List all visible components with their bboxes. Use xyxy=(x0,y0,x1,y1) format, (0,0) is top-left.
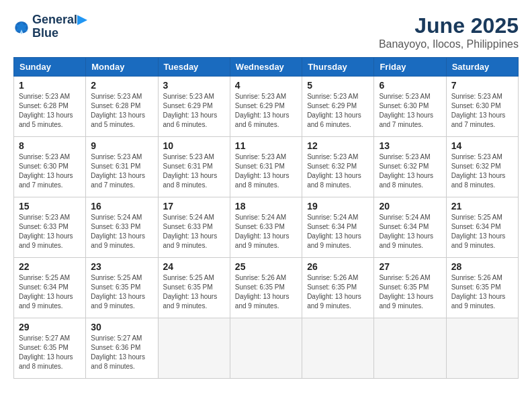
day-info: Sunrise: 5:23 AM Sunset: 6:31 PM Dayligh… xyxy=(235,152,297,190)
week-row-4: 22 Sunrise: 5:25 AM Sunset: 6:34 PM Dayl… xyxy=(14,258,519,318)
day-5: 5 Sunrise: 5:23 AM Sunset: 6:29 PM Dayli… xyxy=(302,77,374,137)
day-info: Sunrise: 5:24 AM Sunset: 6:33 PM Dayligh… xyxy=(91,213,152,250)
week-row-1: 1 Sunrise: 5:23 AM Sunset: 6:28 PM Dayli… xyxy=(14,77,519,137)
day-info: Sunrise: 5:23 AM Sunset: 6:31 PM Dayligh… xyxy=(91,152,152,190)
day-number: 28 xyxy=(451,261,513,272)
day-number: 20 xyxy=(379,201,441,212)
day-info: Sunrise: 5:23 AM Sunset: 6:28 PM Dayligh… xyxy=(19,92,81,130)
day-number: 16 xyxy=(91,201,152,212)
day-23: 23 Sunrise: 5:25 AM Sunset: 6:35 PM Dayl… xyxy=(86,258,158,318)
day-number: 8 xyxy=(19,140,81,151)
header-wednesday: Wednesday xyxy=(230,58,302,77)
day-info: Sunrise: 5:27 AM Sunset: 6:35 PM Dayligh… xyxy=(19,334,81,371)
day-number: 7 xyxy=(451,80,513,91)
empty-cell xyxy=(374,318,446,379)
day-4: 4 Sunrise: 5:23 AM Sunset: 6:29 PM Dayli… xyxy=(230,77,302,137)
day-info: Sunrise: 5:23 AM Sunset: 6:33 PM Dayligh… xyxy=(19,213,81,250)
day-info: Sunrise: 5:23 AM Sunset: 6:32 PM Dayligh… xyxy=(307,152,369,190)
day-12: 12 Sunrise: 5:23 AM Sunset: 6:32 PM Dayl… xyxy=(302,137,374,197)
day-28: 28 Sunrise: 5:26 AM Sunset: 6:35 PM Dayl… xyxy=(446,258,518,318)
day-number: 1 xyxy=(19,80,81,91)
day-info: Sunrise: 5:23 AM Sunset: 6:29 PM Dayligh… xyxy=(235,92,297,130)
day-24: 24 Sunrise: 5:25 AM Sunset: 6:35 PM Dayl… xyxy=(158,258,230,318)
day-number: 4 xyxy=(235,80,297,91)
header: General▶ Blue June 2025 Banayoyo, Ilocos… xyxy=(13,13,519,50)
day-11: 11 Sunrise: 5:23 AM Sunset: 6:31 PM Dayl… xyxy=(230,137,302,197)
day-info: Sunrise: 5:23 AM Sunset: 6:30 PM Dayligh… xyxy=(379,92,441,130)
day-number: 5 xyxy=(307,80,369,91)
day-info: Sunrise: 5:23 AM Sunset: 6:32 PM Dayligh… xyxy=(379,152,441,190)
day-16: 16 Sunrise: 5:24 AM Sunset: 6:33 PM Dayl… xyxy=(86,197,158,258)
header-thursday: Thursday xyxy=(302,58,374,77)
day-info: Sunrise: 5:23 AM Sunset: 6:29 PM Dayligh… xyxy=(307,92,369,130)
day-25: 25 Sunrise: 5:26 AM Sunset: 6:35 PM Dayl… xyxy=(230,258,302,318)
title-section: June 2025 Banayoyo, Ilocos, Philippines xyxy=(379,13,519,50)
day-21: 21 Sunrise: 5:25 AM Sunset: 6:34 PM Dayl… xyxy=(446,197,518,258)
empty-cell xyxy=(446,318,518,379)
day-number: 17 xyxy=(163,201,225,212)
day-number: 15 xyxy=(19,201,81,212)
day-29: 29 Sunrise: 5:27 AM Sunset: 6:35 PM Dayl… xyxy=(14,318,86,379)
day-number: 12 xyxy=(307,140,369,151)
day-number: 10 xyxy=(163,140,225,151)
day-number: 14 xyxy=(451,140,513,151)
day-number: 23 xyxy=(91,261,152,272)
day-3: 3 Sunrise: 5:23 AM Sunset: 6:29 PM Dayli… xyxy=(158,77,230,137)
day-info: Sunrise: 5:23 AM Sunset: 6:28 PM Dayligh… xyxy=(91,92,152,130)
day-number: 9 xyxy=(91,140,152,151)
day-number: 3 xyxy=(163,80,225,91)
day-9: 9 Sunrise: 5:23 AM Sunset: 6:31 PM Dayli… xyxy=(86,137,158,197)
calendar-header-row: Sunday Monday Tuesday Wednesday Thursday… xyxy=(14,58,519,77)
day-number: 6 xyxy=(379,80,441,91)
day-27: 27 Sunrise: 5:26 AM Sunset: 6:35 PM Dayl… xyxy=(374,258,446,318)
day-info: Sunrise: 5:24 AM Sunset: 6:33 PM Dayligh… xyxy=(163,213,225,250)
day-info: Sunrise: 5:25 AM Sunset: 6:34 PM Dayligh… xyxy=(19,273,81,311)
day-number: 29 xyxy=(19,322,81,332)
day-info: Sunrise: 5:26 AM Sunset: 6:35 PM Dayligh… xyxy=(307,273,369,311)
day-info: Sunrise: 5:24 AM Sunset: 6:34 PM Dayligh… xyxy=(379,213,441,250)
day-info: Sunrise: 5:24 AM Sunset: 6:33 PM Dayligh… xyxy=(235,213,297,250)
day-15: 15 Sunrise: 5:23 AM Sunset: 6:33 PM Dayl… xyxy=(14,197,86,258)
day-10: 10 Sunrise: 5:23 AM Sunset: 6:31 PM Dayl… xyxy=(158,137,230,197)
calendar-table: Sunday Monday Tuesday Wednesday Thursday… xyxy=(13,57,519,379)
empty-cell xyxy=(302,318,374,379)
day-number: 19 xyxy=(307,201,369,212)
day-info: Sunrise: 5:25 AM Sunset: 6:35 PM Dayligh… xyxy=(163,273,225,311)
empty-cell xyxy=(230,318,302,379)
day-number: 21 xyxy=(451,201,513,212)
day-info: Sunrise: 5:23 AM Sunset: 6:32 PM Dayligh… xyxy=(451,152,513,190)
day-6: 6 Sunrise: 5:23 AM Sunset: 6:30 PM Dayli… xyxy=(374,77,446,137)
logo: General▶ Blue xyxy=(13,13,87,40)
day-8: 8 Sunrise: 5:23 AM Sunset: 6:30 PM Dayli… xyxy=(14,137,86,197)
day-17: 17 Sunrise: 5:24 AM Sunset: 6:33 PM Dayl… xyxy=(158,197,230,258)
day-13: 13 Sunrise: 5:23 AM Sunset: 6:32 PM Dayl… xyxy=(374,137,446,197)
day-info: Sunrise: 5:25 AM Sunset: 6:35 PM Dayligh… xyxy=(91,273,152,311)
day-number: 11 xyxy=(235,140,297,151)
header-sunday: Sunday xyxy=(14,58,86,77)
week-row-5: 29 Sunrise: 5:27 AM Sunset: 6:35 PM Dayl… xyxy=(14,318,519,379)
day-info: Sunrise: 5:26 AM Sunset: 6:35 PM Dayligh… xyxy=(379,273,441,311)
day-1: 1 Sunrise: 5:23 AM Sunset: 6:28 PM Dayli… xyxy=(14,77,86,137)
day-number: 24 xyxy=(163,261,225,272)
header-monday: Monday xyxy=(86,58,158,77)
header-tuesday: Tuesday xyxy=(158,58,230,77)
calendar-title: June 2025 xyxy=(379,13,519,38)
day-number: 30 xyxy=(91,322,152,332)
day-number: 13 xyxy=(379,140,441,151)
day-number: 22 xyxy=(19,261,81,272)
day-info: Sunrise: 5:25 AM Sunset: 6:34 PM Dayligh… xyxy=(451,213,513,250)
day-info: Sunrise: 5:26 AM Sunset: 6:35 PM Dayligh… xyxy=(235,273,297,311)
day-info: Sunrise: 5:26 AM Sunset: 6:35 PM Dayligh… xyxy=(451,273,513,311)
day-7: 7 Sunrise: 5:23 AM Sunset: 6:30 PM Dayli… xyxy=(446,77,518,137)
day-18: 18 Sunrise: 5:24 AM Sunset: 6:33 PM Dayl… xyxy=(230,197,302,258)
day-26: 26 Sunrise: 5:26 AM Sunset: 6:35 PM Dayl… xyxy=(302,258,374,318)
header-friday: Friday xyxy=(374,58,446,77)
day-number: 18 xyxy=(235,201,297,212)
week-row-2: 8 Sunrise: 5:23 AM Sunset: 6:30 PM Dayli… xyxy=(14,137,519,197)
day-20: 20 Sunrise: 5:24 AM Sunset: 6:34 PM Dayl… xyxy=(374,197,446,258)
logo-icon xyxy=(13,19,30,35)
day-info: Sunrise: 5:23 AM Sunset: 6:29 PM Dayligh… xyxy=(163,92,225,130)
day-number: 2 xyxy=(91,80,152,91)
day-number: 25 xyxy=(235,261,297,272)
empty-cell xyxy=(158,318,230,379)
